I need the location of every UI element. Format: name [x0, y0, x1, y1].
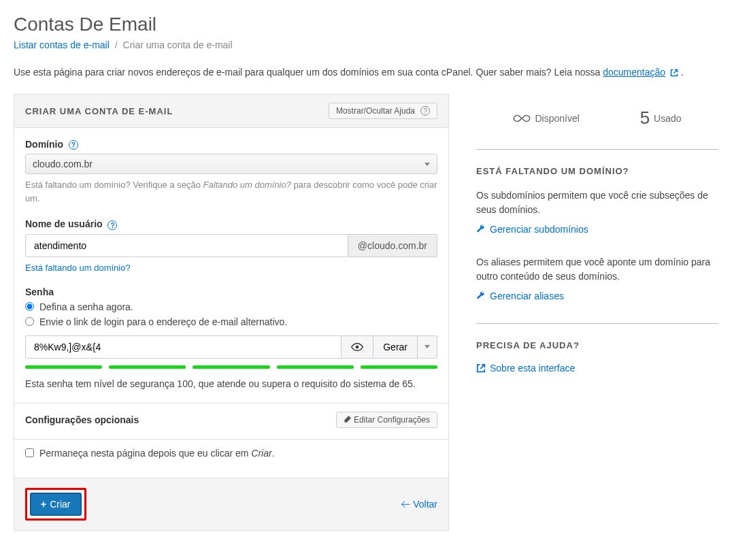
- domain-hint: Está faltando um domínio? Verifique a se…: [25, 178, 437, 205]
- external-link-icon: [668, 67, 681, 78]
- panel-footer: Permaneça nesta página depois que eu cli…: [14, 439, 448, 478]
- password-option-link[interactable]: Envie o link de login para o endereço de…: [25, 316, 437, 327]
- stay-checkbox[interactable]: [25, 448, 34, 457]
- wrench-icon: [476, 291, 486, 301]
- manage-subdomains-link[interactable]: Gerenciar subdomínios: [476, 224, 588, 235]
- generate-password-button[interactable]: Gerar: [373, 335, 418, 359]
- panel-title: CRIAR UMA CONTA DE E-MAIL: [25, 106, 173, 116]
- username-domain-suffix: @cloudo.com.br: [348, 234, 437, 257]
- stats-box: Disponível 5 Usado: [476, 94, 718, 150]
- breadcrumb: Listar contas de e-mail / Criar uma cont…: [14, 39, 718, 50]
- svg-point-0: [356, 345, 359, 348]
- stay-label: Permaneça nesta página depois que eu cli…: [39, 448, 275, 459]
- username-label: Nome de usuário: [25, 218, 437, 229]
- chevron-down-icon: [425, 345, 430, 348]
- domain-select[interactable]: cloudo.com.br: [25, 154, 437, 174]
- arrow-left-icon: 🡠: [401, 499, 410, 510]
- missing-domain-section: ESTÁ FALTANDO UM DOMÍNIO? Os subdomínios…: [476, 150, 718, 324]
- about-interface-link[interactable]: Sobre esta interface: [476, 363, 575, 374]
- alias-text: Os aliases permitem que você aponte um d…: [476, 255, 718, 284]
- need-help-heading: PRECISA DE AJUDA?: [476, 340, 718, 350]
- strength-segment: [193, 365, 269, 369]
- password-option-link-label: Envie o link de login para o endereço de…: [39, 316, 287, 327]
- manage-aliases-link[interactable]: Gerenciar aliases: [476, 291, 564, 301]
- password-strength-meter: [25, 365, 437, 369]
- toggle-help-label: Mostrar/Ocultar Ajuda: [336, 106, 415, 116]
- chevron-down-icon: [425, 163, 430, 166]
- about-interface-label: Sobre esta interface: [490, 363, 575, 374]
- documentation-link[interactable]: documentação: [603, 67, 665, 78]
- intro-text-before: Use esta página para criar novos endereç…: [14, 67, 603, 78]
- stay-on-page-row[interactable]: Permaneça nesta página depois que eu cli…: [25, 448, 437, 459]
- panel-header: CRIAR UMA CONTA DE E-MAIL Mostrar/Oculta…: [14, 95, 448, 128]
- stat-available: Disponível: [513, 112, 579, 125]
- intro-text: Use esta página para criar novos endereç…: [14, 67, 718, 78]
- wrench-icon: [476, 225, 486, 234]
- strength-segment: [25, 365, 102, 369]
- password-option-now-label: Defina a senha agora.: [39, 301, 133, 312]
- eye-icon: [351, 342, 363, 352]
- domain-label: Domínio: [25, 139, 437, 150]
- help-icon[interactable]: [107, 220, 117, 230]
- breadcrumb-list-link[interactable]: Listar contas de e-mail: [14, 39, 110, 50]
- toggle-help-button[interactable]: Mostrar/Ocultar Ajuda: [329, 103, 437, 119]
- help-icon: [420, 106, 430, 116]
- strength-segment: [277, 365, 354, 369]
- password-input[interactable]: [25, 335, 342, 359]
- password-radio-now[interactable]: [25, 302, 34, 311]
- password-options-dropdown[interactable]: [418, 335, 437, 359]
- create-button-highlight: + Criar: [25, 488, 86, 521]
- domain-group: Domínio cloudo.com.br Está faltando um d…: [25, 139, 437, 205]
- create-button[interactable]: + Criar: [30, 493, 82, 516]
- optional-config-title: Configurações opcionais: [25, 414, 139, 425]
- breadcrumb-separator: /: [115, 39, 118, 50]
- username-input[interactable]: [25, 234, 348, 257]
- stat-used-value: 5: [640, 108, 650, 129]
- subdomain-text: Os subdomínios permitem que você crie su…: [476, 188, 718, 217]
- edit-config-label: Editar Configurações: [354, 415, 430, 425]
- footer-actions: + Criar 🡠 Voltar: [14, 478, 449, 531]
- pencil-icon: [344, 416, 351, 423]
- plus-icon: +: [41, 499, 46, 510]
- intro-text-after: .: [681, 67, 684, 78]
- password-option-now[interactable]: Defina a senha agora.: [25, 301, 437, 312]
- password-label: Senha: [25, 286, 437, 297]
- edit-config-button[interactable]: Editar Configurações: [336, 412, 437, 428]
- password-group: Senha Defina a senha agora. Envie o link…: [25, 286, 437, 389]
- strength-segment: [109, 365, 186, 369]
- page-title: Contas De Email: [14, 14, 718, 35]
- manage-subdomains-label: Gerenciar subdomínios: [490, 224, 588, 235]
- password-radio-link[interactable]: [25, 317, 34, 326]
- stat-used: 5 Usado: [640, 108, 682, 129]
- strength-segment: [361, 365, 437, 369]
- create-button-label: Criar: [50, 499, 70, 510]
- domain-selected-value: cloudo.com.br: [33, 159, 93, 169]
- help-icon[interactable]: [69, 140, 78, 150]
- stat-available-label: Disponível: [535, 113, 579, 124]
- infinity-icon: [513, 112, 531, 125]
- back-link-label: Voltar: [413, 499, 437, 510]
- breadcrumb-current: Criar uma conta de e-mail: [123, 39, 233, 50]
- need-help-section: PRECISA DE AJUDA? Sobre esta interface: [476, 324, 718, 395]
- external-link-icon: [476, 363, 486, 373]
- reveal-password-button[interactable]: [342, 335, 373, 359]
- manage-aliases-label: Gerenciar aliases: [490, 291, 564, 301]
- optional-config-header: Configurações opcionais Editar Configura…: [14, 403, 448, 428]
- create-account-panel: CRIAR UMA CONTA DE E-MAIL Mostrar/Oculta…: [14, 94, 449, 478]
- missing-domain-link[interactable]: Está faltando um domínio?: [25, 263, 131, 273]
- stat-used-label: Usado: [654, 113, 681, 124]
- password-strength-text: Esta senha tem nível de segurança 100, q…: [25, 378, 437, 389]
- back-link[interactable]: 🡠 Voltar: [401, 499, 437, 510]
- missing-domain-heading: ESTÁ FALTANDO UM DOMÍNIO?: [476, 166, 718, 176]
- username-group: Nome de usuário @cloudo.com.br Está falt…: [25, 218, 437, 272]
